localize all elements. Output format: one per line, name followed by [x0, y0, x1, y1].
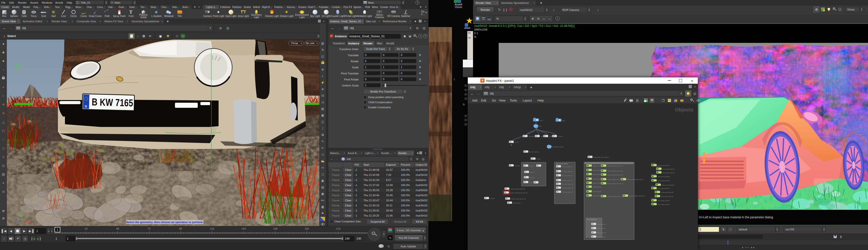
svg-text:shrub_sandy_Rock.08: shrub_sandy_Rock.08	[661, 192, 673, 193]
svg-text:null2: null2	[539, 125, 541, 127]
svg-text:instance_Rabbit_Rock.02_01: instance_Rabbit_Rock.02_01	[607, 170, 623, 172]
svg-text:▼: ▼	[316, 42, 318, 44]
svg-text:y: y	[21, 210, 22, 213]
svg-text:Rock_02: Rock_02	[530, 171, 535, 173]
svg-text:Geometry: Geometry	[651, 174, 656, 175]
svg-text:Concrete_barrier_04: Concrete_barrier_04	[562, 180, 573, 181]
svg-text:shrub_sandy_Rock.03: shrub_sandy_Rock.03	[662, 172, 675, 174]
svg-text:B KW 7165: B KW 7165	[92, 96, 133, 108]
svg-text:instance_Small_Stones_02: instance_Small_Stones_02	[511, 198, 526, 199]
svg-text:shrub_sandy_Rock.02: shrub_sandy_Rock.02	[662, 168, 675, 170]
svg-text:Geometry: Geometry	[654, 189, 659, 191]
svg-text:Small_Stones: Small_Stones	[513, 202, 521, 204]
svg-text:▼: ▼	[301, 42, 302, 44]
svg-text:cam1: cam1	[540, 120, 543, 121]
svg-text:instance_Rabbit_Rock.04_02: instance_Rabbit_Rock.04_02	[627, 179, 643, 180]
svg-text:Geometry: Geometry	[656, 166, 661, 167]
svg-text:er_sen: er_sen	[515, 142, 519, 143]
svg-text:168: 168	[273, 227, 277, 230]
svg-text:72: 72	[148, 227, 151, 230]
svg-text:shrub_sandy_Rock.11: shrub_sandy_Rock.11	[658, 204, 670, 205]
svg-text:Rock_03: Rock_03	[530, 177, 534, 178]
svg-text:Concrete_barrier_02: Concrete_barrier_02	[562, 171, 573, 172]
svg-text:shrub_sandy_Rock.06: shrub_sandy_Rock.06	[662, 184, 674, 186]
svg-text:chrome1: chrome1	[558, 136, 563, 137]
svg-text:instance4: instance4	[515, 165, 520, 166]
svg-text:Rotate_Rock_For_Instances: Rotate_Rock_For_Instances	[593, 156, 609, 158]
svg-text:Rabbit_Rock.05: Rabbit_Rock.05	[593, 182, 601, 184]
svg-text:x: x	[30, 222, 31, 224]
svg-text:Ground1: Ground1	[490, 198, 495, 199]
svg-text:Concrete_barrier_05: Concrete_barrier_05	[562, 183, 573, 185]
svg-text:instance_Small_Stones_01: instance_Small_Stones_01	[510, 188, 525, 190]
svg-text:Geometry: Geometry	[651, 186, 656, 187]
svg-text:Rabbit_Rock.02: Rabbit_Rock.02	[593, 169, 601, 171]
svg-text:instance_Rabbit_Rock.01_01: instance_Rabbit_Rock.01_01	[607, 165, 623, 167]
svg-text:Persp: Persp	[291, 42, 298, 44]
svg-text:Concrete_barrier_03: Concrete_barrier_03	[562, 175, 573, 176]
svg-text:instance_Rabbit_Rock.03_01: instance_Rabbit_Rock.03_01	[607, 174, 623, 176]
svg-text:Geometry: Geometry	[651, 178, 656, 179]
svg-text:Geometry: Geometry	[655, 182, 660, 183]
svg-text:Rabbit_Rock.04: Rabbit_Rock.04	[593, 178, 601, 180]
svg-text:Rabbit_Rock.07: Rabbit_Rock.07	[593, 191, 601, 192]
svg-text:Porsche_Camera: Porsche_Camera	[529, 151, 539, 153]
svg-text:Geometry: Geometry	[651, 162, 656, 164]
svg-text:mat_rendering: mat_rendering	[587, 219, 596, 220]
svg-text:Geometry: Geometry	[656, 170, 661, 171]
svg-text:Ground: Ground	[536, 158, 540, 160]
svg-text:Rabbit_Rock.06: Rabbit_Rock.06	[593, 186, 601, 188]
svg-text:shrub_sandy_Rock.09: shrub_sandy_Rock.09	[661, 196, 673, 197]
svg-text:Select the geometry, then choo: Select the geometry, then choose an oper…	[126, 221, 204, 224]
svg-text:216: 216	[336, 227, 340, 230]
svg-text:instance_Rabbit_Rock.04_01: instance_Rabbit_Rock.04_01	[607, 179, 623, 180]
svg-text:instance_Small_Stones_Rivn_01: instance_Small_Stones_Rivn_01	[510, 192, 528, 193]
svg-text:shrub_sandy_Rock.05: shrub_sandy_Rock.05	[658, 180, 670, 182]
svg-text:shrub_sandy_Rock.07: shrub_sandy_Rock.07	[658, 188, 670, 189]
svg-text:D: D	[85, 104, 87, 108]
svg-text:null_Gradient_Center: null_Gradient_Center	[552, 146, 564, 148]
svg-text:Rabbit_Rock.08: Rabbit_Rock.08	[593, 195, 601, 196]
svg-text:192: 192	[305, 227, 309, 230]
svg-text:Rabbit_Rock.31: Rabbit_Rock.31	[597, 232, 606, 233]
svg-text:Rabbit_Rock.29: Rabbit_Rock.29	[597, 224, 606, 225]
svg-text:144: 144	[241, 227, 246, 230]
svg-text:shrub_sandy_Rock.04: shrub_sandy_Rock.04	[658, 176, 670, 177]
svg-text:Rabbit_Rock.01: Rabbit_Rock.01	[593, 165, 601, 167]
svg-text:Concrete_barrier_06: Concrete_barrier_06	[562, 187, 573, 189]
svg-text:shrub_sandy_Rock.10: shrub_sandy_Rock.10	[658, 200, 670, 201]
svg-text:Concrete_barrier_07: Concrete_barrier_07	[562, 191, 573, 193]
svg-text:24: 24	[85, 227, 88, 230]
svg-text:Rabbit_Rock.32: Rabbit_Rock.32	[597, 236, 606, 238]
svg-text:No cam: No cam	[306, 42, 314, 44]
svg-text:DAS_Ente_w: DAS_Ente_w	[528, 136, 536, 137]
svg-text:SH8: SH8	[562, 120, 565, 121]
svg-text:Rock_01: Rock_01	[529, 165, 534, 167]
svg-text:Rock_04: Rock_04	[529, 182, 534, 183]
svg-text:96: 96	[179, 227, 182, 230]
svg-text:instance_Rabbit_Rock.08_02: instance_Rabbit_Rock.08_02	[629, 195, 645, 197]
svg-text:Rabbit_Rock.30: Rabbit_Rock.30	[597, 228, 606, 229]
svg-text:z: z	[14, 222, 16, 224]
svg-text:Geometry: Geometry	[651, 201, 656, 203]
svg-text:Geometry: Geometry	[651, 198, 656, 199]
svg-text:instance_Rabbit_Rock.07_01: instance_Rabbit_Rock.07_01	[607, 196, 623, 197]
svg-text:▣ Concrete_Barrier: ▣ Concrete_Barrier	[556, 163, 568, 164]
svg-text:Rabbit_Rock.03: Rabbit_Rock.03	[593, 174, 601, 175]
svg-text:Concrete_barrier_01: Concrete_barrier_01	[562, 166, 573, 167]
svg-text:120: 120	[210, 227, 214, 230]
svg-text:48: 48	[116, 227, 119, 230]
svg-text:instance_Rabbit_Rock.05_01: instance_Rabbit_Rock.05_01	[607, 183, 623, 184]
svg-text:Geometry: Geometry	[654, 193, 659, 195]
